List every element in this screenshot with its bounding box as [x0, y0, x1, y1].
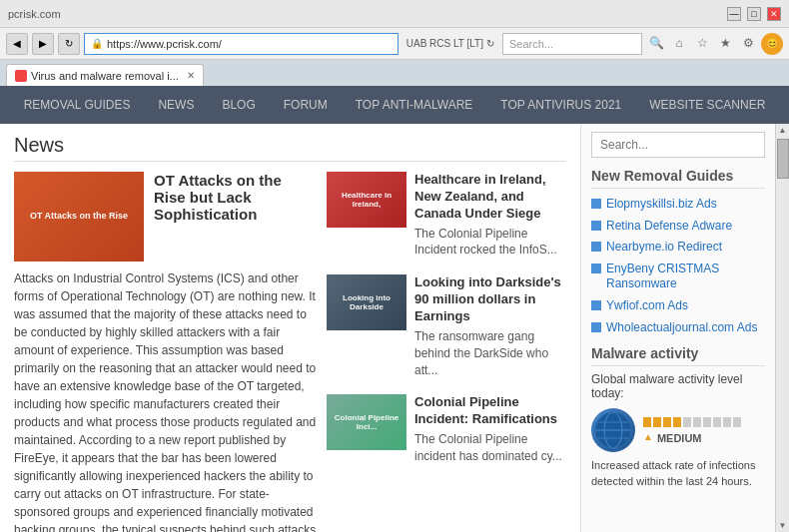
two-col-layout: OT Attacks on the Rise OT Attacks on the…	[14, 172, 566, 532]
main-article: OT Attacks on the Rise OT Attacks on the…	[14, 172, 317, 532]
side-desc-2: The ransomware gang behind the DarkSide …	[414, 328, 566, 378]
side-thumb-1-text: Healthcare in Ireland,	[327, 189, 406, 211]
guide-bullet-2	[591, 221, 601, 231]
nav-news[interactable]: NEWS	[158, 98, 194, 112]
side-desc-3: The Colonial Pipeline incident has domin…	[414, 431, 566, 465]
bar-3	[663, 417, 671, 427]
star-icon[interactable]: ☆	[692, 33, 712, 53]
title-bar-controls: — □ ✕	[727, 7, 781, 21]
meter-arrow: ▲	[643, 431, 653, 442]
vertical-scrollbar[interactable]: ▲ ▼	[775, 124, 789, 532]
guide-bullet-5	[591, 300, 601, 310]
malware-subtitle: Global malware activity level today:	[591, 372, 765, 400]
nav-bar: ◀ ▶ ↻ 🔒 https://www.pcrisk.com/ UAB RCS …	[0, 28, 789, 60]
guide-link-5: Ywfiof.com Ads	[591, 298, 765, 314]
close-button[interactable]: ✕	[767, 7, 781, 21]
meter-label-row: ▲ MEDIUM	[643, 430, 741, 444]
search-bar[interactable]: Search...	[502, 33, 642, 55]
search-placeholder: Search...	[509, 38, 553, 50]
malware-title: Malware activity	[591, 345, 765, 366]
side-thumb-2: Looking into Darkside	[327, 274, 406, 330]
guide-bullet-6	[591, 322, 601, 332]
guide-anchor-1[interactable]: Elopmyskillsi.biz Ads	[606, 197, 717, 213]
side-content-2: Looking into Darkside's 90 million dolla…	[414, 274, 566, 378]
sidebar-search-input[interactable]	[591, 132, 765, 158]
nav-icons: 🔍 ⌂ ☆ ★ ⚙ 😊	[646, 33, 783, 55]
main-article-title[interactable]: OT Attacks on the Rise but Lack Sophisti…	[154, 172, 317, 223]
browser-frame: pcrisk.com — □ ✕ ◀ ▶ ↻ 🔒 https://www.pcr…	[0, 0, 789, 532]
guide-anchor-3[interactable]: Nearbyme.io Redirect	[606, 240, 722, 256]
main-article-body: Attacks on Industrial Control Systems (I…	[14, 269, 317, 532]
malware-section: Malware activity Global malware activity…	[591, 345, 765, 489]
maximize-button[interactable]: □	[747, 7, 761, 21]
nav-antivirus[interactable]: TOP ANTIVIRUS 2021	[500, 98, 621, 112]
address-bar[interactable]: 🔒 https://www.pcrisk.com/	[84, 33, 398, 55]
title-bar-left: pcrisk.com	[8, 8, 61, 20]
nav-forum[interactable]: FORUM	[284, 98, 328, 112]
settings-icon[interactable]: ⚙	[738, 33, 758, 53]
side-thumb-3-text: Colonial Pipeline Inci...	[327, 411, 406, 433]
star-filled-icon[interactable]: ★	[715, 33, 735, 53]
meter-bars	[643, 417, 741, 427]
scrollbar-up-arrow[interactable]: ▲	[777, 124, 789, 137]
scrollbar-thumb[interactable]	[777, 139, 789, 179]
side-desc-1: The Colonial Pipeline Incident rocked th…	[414, 226, 566, 260]
guide-bullet-1	[591, 199, 601, 209]
malware-desc: Increased attack rate of infections dete…	[591, 458, 765, 489]
side-content-1: Healthcare in Ireland, New Zealand, and …	[414, 172, 566, 259]
guide-link-4: EnyBeny CRISTMAS Ransomware	[591, 262, 765, 292]
side-content-3: Colonial Pipeline Incident: Ramification…	[414, 394, 566, 464]
guide-link-6: Wholeactualjournal.com Ads	[591, 320, 765, 336]
guide-anchor-5[interactable]: Ywfiof.com Ads	[606, 298, 688, 314]
home-icon[interactable]: ⌂	[669, 33, 689, 53]
globe-icon	[591, 408, 635, 452]
back-button[interactable]: ◀	[6, 33, 28, 55]
active-tab[interactable]: Virus and malware removal i... ✕	[6, 64, 204, 86]
search-icon[interactable]: 🔍	[646, 33, 666, 53]
side-title-2[interactable]: Looking into Darkside's 90 million dolla…	[414, 274, 566, 325]
side-thumb-1: Healthcare in Ireland,	[327, 172, 406, 228]
nav-removal-guides[interactable]: REMOVAL GUIDES	[24, 98, 131, 112]
bar-10	[733, 417, 741, 427]
lock-icon: 🔒	[91, 38, 103, 49]
side-article-2: Looking into Darkside Looking into Darks…	[327, 274, 566, 382]
side-thumb-3: Colonial Pipeline Inci...	[327, 394, 406, 450]
removal-guides-title: New Removal Guides	[591, 168, 765, 189]
bar-9	[723, 417, 731, 427]
nav-info: UAB RCS LT [LT] ↻	[402, 38, 498, 49]
guide-bullet-4	[591, 264, 601, 273]
refresh-icon[interactable]: ↻	[486, 38, 494, 49]
guide-link-2: Retina Defense Adware	[591, 219, 765, 235]
scrollbar-down-arrow[interactable]: ▼	[777, 519, 789, 532]
minimize-button[interactable]: —	[727, 7, 741, 21]
main-article-thumb: OT Attacks on the Rise	[14, 172, 144, 262]
user-icon[interactable]: 😊	[761, 33, 783, 55]
title-bar: pcrisk.com — □ ✕	[0, 0, 789, 28]
bar-8	[713, 417, 721, 427]
main-content: News OT Attacks on the Rise OT Attacks o…	[0, 124, 789, 532]
url-text: https://www.pcrisk.com/	[107, 38, 222, 50]
side-title-3[interactable]: Colonial Pipeline Incident: Ramification…	[414, 394, 566, 428]
nav-anti-malware[interactable]: TOP ANTI-MALWARE	[356, 98, 473, 112]
guide-anchor-2[interactable]: Retina Defense Adware	[606, 219, 732, 235]
forward-button[interactable]: ▶	[32, 33, 54, 55]
bar-7	[703, 417, 711, 427]
bar-5	[683, 417, 691, 427]
malware-meter: ▲ MEDIUM	[591, 408, 765, 452]
guide-anchor-6[interactable]: Wholeactualjournal.com Ads	[606, 320, 757, 336]
globe-svg	[593, 410, 633, 450]
meter-label: MEDIUM	[657, 432, 702, 444]
site-nav: REMOVAL GUIDES NEWS BLOG FORUM TOP ANTI-…	[0, 86, 789, 124]
side-article-1: Healthcare in Ireland, Healthcare in Ire…	[327, 172, 566, 263]
reload-button[interactable]: ↻	[58, 33, 80, 55]
nav-blog[interactable]: BLOG	[222, 98, 255, 112]
guide-anchor-4[interactable]: EnyBeny CRISTMAS Ransomware	[606, 262, 765, 292]
content-area: News OT Attacks on the Rise OT Attacks o…	[0, 124, 580, 532]
tab-favicon	[15, 70, 27, 82]
side-title-1[interactable]: Healthcare in Ireland, New Zealand, and …	[414, 172, 566, 223]
nav-info-text: UAB RCS LT [LT]	[406, 38, 483, 49]
nav-scanner[interactable]: WEBSITE SCANNER	[649, 98, 765, 112]
bar-6	[693, 417, 701, 427]
bar-1	[643, 417, 651, 427]
tab-close-button[interactable]: ✕	[187, 70, 195, 81]
